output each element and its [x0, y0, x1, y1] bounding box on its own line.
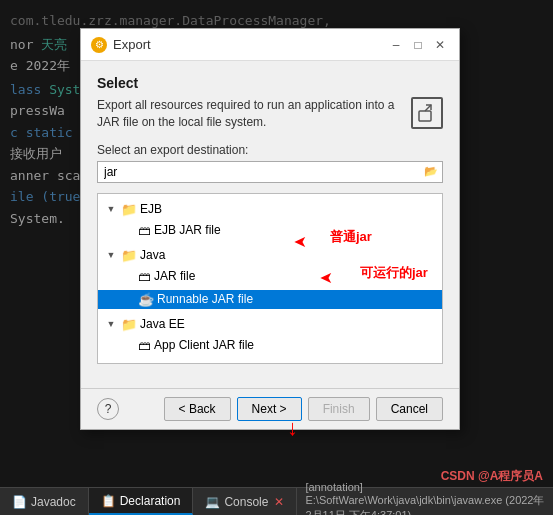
console-mark: ✕ — [274, 495, 284, 509]
back-button[interactable]: < Back — [164, 397, 231, 421]
tree-label-appclient: App Client JAR file — [154, 338, 436, 352]
close-button[interactable]: ✕ — [431, 36, 449, 54]
file-icon-ejbjar: 🗃 — [138, 223, 151, 238]
javadoc-icon: 📄 — [12, 495, 27, 509]
tab-javadoc[interactable]: 📄 Javadoc — [0, 488, 89, 515]
export-destination-input[interactable] — [98, 162, 420, 182]
tree-node-java: ▼ 📁 Java 🗃 JAR file ☕ — [98, 244, 442, 313]
dialog-footer: ? < Back Next > Finish Cancel — [81, 388, 459, 429]
tree-toggle-ejbjar — [121, 223, 135, 237]
tree-node-appclient: 🗃 App Client JAR file — [98, 334, 442, 357]
tree-row-appclient[interactable]: 🗃 App Client JAR file — [98, 336, 442, 355]
file-icon-appclient: 🗃 — [138, 338, 151, 353]
tree-row-javaee[interactable]: ▼ 📁 Java EE — [98, 315, 442, 334]
console-icon: 💻 — [205, 495, 220, 509]
tree-node-jarfile: 🗃 JAR file — [98, 265, 442, 288]
label-select: Select an export destination: — [97, 143, 443, 157]
tree-row-java[interactable]: ▼ 📁 Java — [98, 246, 442, 265]
dialog-titlebar: ⚙ Export – □ ✕ — [81, 29, 459, 61]
tree-node-ejb: ▼ 📁 EJB 🗃 EJB JAR file — [98, 198, 442, 244]
tree-toggle-javaee[interactable]: ▼ — [104, 317, 118, 331]
minimize-button[interactable]: – — [387, 36, 405, 54]
dialog-title-area: ⚙ Export — [91, 37, 151, 53]
tree-node-ejbjar: 🗃 EJB JAR file — [98, 219, 442, 242]
next-button[interactable]: Next > — [237, 397, 302, 421]
browse-icon[interactable]: 📂 — [420, 163, 442, 180]
tree-node-javaee: ▼ 📁 Java EE 🗃 App Client JAR file — [98, 313, 442, 359]
folder-icon-javaee: 📁 — [121, 317, 137, 332]
maximize-button[interactable]: □ — [409, 36, 427, 54]
declaration-icon: 📋 — [101, 494, 116, 508]
folder-icon-ejb: 📁 — [121, 202, 137, 217]
footer-buttons: < Back Next > Finish Cancel — [164, 397, 443, 421]
tree-toggle-java[interactable]: ▼ — [104, 248, 118, 262]
export-dialog: ⚙ Export – □ ✕ Select Export all resourc… — [80, 28, 460, 430]
tree-toggle-runnablejar — [121, 292, 135, 306]
tree-row-ejbjar[interactable]: 🗃 EJB JAR file — [98, 221, 442, 240]
tree-toggle-appclient — [121, 338, 135, 352]
tree-row-jarfile[interactable]: 🗃 JAR file — [98, 267, 442, 286]
tree-toggle-ejb[interactable]: ▼ — [104, 202, 118, 216]
tab-declaration[interactable]: 📋 Declaration — [89, 488, 194, 515]
tree-row-ejb[interactable]: ▼ 📁 EJB — [98, 200, 442, 219]
tree-label-javaee: Java EE — [140, 317, 436, 331]
tree-label-jarfile: JAR file — [154, 269, 436, 283]
file-icon-jarfile: 🗃 — [138, 269, 151, 284]
tree-toggle-jarfile — [121, 269, 135, 283]
finish-button[interactable]: Finish — [308, 397, 370, 421]
folder-icon-java: 📁 — [121, 248, 137, 263]
cancel-button[interactable]: Cancel — [376, 397, 443, 421]
section-desc: Export all resources required to run an … — [97, 97, 443, 131]
export-icon — [411, 97, 443, 129]
tree-label-java: Java — [140, 248, 436, 262]
export-input-row: 📂 — [97, 161, 443, 183]
bottom-bar: 📄 Javadoc 📋 Declaration 💻 Console ✕ [ann… — [0, 487, 553, 515]
tree-row-runnablejar[interactable]: ☕ Runnable JAR file — [98, 290, 442, 309]
tab-console[interactable]: 💻 Console ✕ — [193, 488, 297, 515]
gear-icon: ⚙ — [91, 37, 107, 53]
tree-label-ejb: EJB — [140, 202, 436, 216]
dialog-body: Select Export all resources required to … — [81, 61, 459, 388]
runnable-jar-icon: ☕ — [138, 292, 154, 307]
title-controls: – □ ✕ — [387, 36, 449, 54]
section-title: Select — [97, 75, 443, 91]
status-text: [annotation] E:\SoftWare\Work\java\jdk\b… — [297, 477, 553, 516]
export-type-tree[interactable]: ▼ 📁 EJB 🗃 EJB JAR file ▼ 📁 — [97, 193, 443, 364]
svg-line-1 — [425, 105, 431, 111]
tree-label-ejbjar: EJB JAR file — [154, 223, 436, 237]
tree-node-runnablejar: ☕ Runnable JAR file — [98, 288, 442, 311]
help-button[interactable]: ? — [97, 398, 119, 420]
tree-label-runnablejar: Runnable JAR file — [157, 292, 436, 306]
dialog-title: Export — [113, 37, 151, 52]
svg-rect-0 — [419, 111, 431, 121]
